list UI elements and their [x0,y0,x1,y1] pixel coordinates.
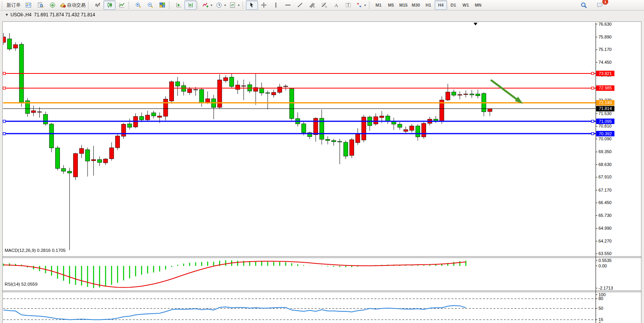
svg-text:70.090: 70.090 [598,136,612,141]
chevron-down-icon[interactable]: ▼ [224,4,226,7]
chart-canvas[interactable]: 76.63075.89075.17074.45073.71072.99072.2… [0,10,644,323]
auto-scroll-button[interactable] [172,0,184,10]
timeframe-mn-button[interactable]: MN [472,0,484,10]
svg-text:T: T [347,3,349,7]
text-icon: A [333,2,339,8]
svg-text:75.170: 75.170 [598,47,612,52]
timeframe-m30-button[interactable]: M30 [410,0,422,10]
timeframe-m1-button[interactable]: M1 [372,0,385,10]
vline-icon [273,2,279,8]
notifications-button[interactable]: 1 [594,0,606,10]
notification-badge: 1 [602,0,608,5]
templates-button[interactable]: ▼ [228,0,242,10]
navigator-button[interactable] [46,0,58,10]
svg-text:72.149: 72.149 [599,100,612,105]
svg-text:71.814: 71.814 [599,106,612,111]
chevron-down-icon[interactable]: ▼ [237,4,240,7]
search-icon [581,2,587,9]
line-chart-button[interactable] [116,0,128,10]
svg-text:69.350: 69.350 [598,149,612,154]
svg-text:71.095: 71.095 [599,119,612,124]
svg-text:66.450: 66.450 [598,200,612,205]
toolbar-grip [369,2,371,9]
template-icon [230,2,236,8]
svg-text:68.630: 68.630 [598,162,612,167]
crosshair-button[interactable] [258,0,270,10]
chart-shift-icon [188,2,194,8]
timeframe-h1-button[interactable]: H1 [422,0,435,10]
svg-text:50: 50 [598,306,603,311]
candles-icon [107,2,113,8]
search-button[interactable] [578,0,590,10]
indicators-button[interactable]: ▼ [201,0,214,10]
toolbar-grip [197,2,200,9]
zoom-out-icon [147,2,153,8]
arrows-button[interactable]: ▼ [354,0,368,10]
svg-text:72.985: 72.985 [599,86,612,90]
arrows-icon [356,2,362,8]
svg-text:65.730: 65.730 [598,213,612,218]
svg-text:73.821: 73.821 [599,71,612,76]
new-order-button[interactable]: 新订单 [5,0,22,10]
toolbar-grip [88,2,90,9]
toolbar-grip [128,2,131,9]
rsi-value: 52.0559 [21,282,38,286]
autotrading-icon [60,2,66,8]
svg-text:63.550: 63.550 [598,251,612,256]
zoom-in-button[interactable] [132,0,144,10]
tile-windows-button[interactable] [156,0,168,10]
clock-icon [216,2,222,8]
macd-indicator-title: MACD(12,26,9) 0.2816 0.1705 [5,248,66,253]
label-icon: T [345,2,351,8]
bar-chart-button[interactable] [91,0,104,10]
svg-text:0.5535: 0.5535 [598,258,612,263]
line-chart-icon [119,2,125,8]
trendline-icon [297,2,303,8]
autotrading-button[interactable]: 自动交易 [58,0,87,10]
timeframe-m15-button[interactable]: M15 [397,0,410,10]
auto-scroll-icon [175,2,182,8]
candlestick-chart-button[interactable] [104,0,116,10]
toolbar-grip [242,2,245,9]
text-label-button[interactable]: T [342,0,354,10]
timeframe-h4-button[interactable]: H4 [435,0,447,10]
fibonacci-button[interactable]: F [318,0,330,10]
text-button[interactable]: A [330,0,342,10]
cursor-button[interactable] [246,0,258,10]
toolbar-grip [2,2,4,9]
horizontal-line-button[interactable] [282,0,294,10]
timeframe-m5-button[interactable]: M5 [385,0,397,10]
chart-symbol-period: USOil-,H4 [11,12,32,17]
chart-window: 76.63075.89075.17074.45073.71072.99072.2… [0,10,644,323]
svg-text:64.270: 64.270 [598,239,612,243]
autotrading-button-label: 自动交易 [67,2,86,9]
zoom-in-icon [135,2,141,8]
market-watch-button[interactable] [22,0,34,10]
fibo-icon: F [321,2,327,8]
svg-text:E: E [313,5,315,8]
quote-dropdown-icon[interactable]: ▼ [5,13,9,17]
indicators-icon [202,2,209,8]
chart-ohlc-values: 71.691 71.874 71.432 71.814 [34,12,95,17]
svg-text:64.990: 64.990 [598,226,612,230]
cursor-icon [249,2,255,8]
zoom-out-button[interactable] [144,0,156,10]
timeframe-d1-button[interactable]: D1 [447,0,460,10]
periods-button[interactable]: ▼ [214,0,228,10]
chevron-down-icon[interactable]: ▼ [364,4,367,7]
chart-shift-button[interactable] [184,0,197,10]
svg-text:0: 0 [598,321,601,323]
macd-values: 0.2816 0.1705 [37,248,66,253]
svg-text:67.170: 67.170 [598,188,612,192]
timeframe-w1-button[interactable]: W1 [460,0,472,10]
channel-button[interactable]: E [306,0,318,10]
bar-chart-icon [95,2,101,8]
svg-text:74.450: 74.450 [598,60,612,65]
data-window-button[interactable] [34,0,46,10]
svg-text:0.00: 0.00 [598,264,607,268]
chevron-down-icon[interactable]: ▼ [210,4,213,7]
vertical-line-button[interactable] [270,0,282,10]
trendline-button[interactable] [294,0,306,10]
tile-icon [159,2,165,8]
top-toolbar: 新订单自动交易▼▼▼EFAT▼M1M5M15M30H1H4D1W1MN 1 [0,0,644,10]
